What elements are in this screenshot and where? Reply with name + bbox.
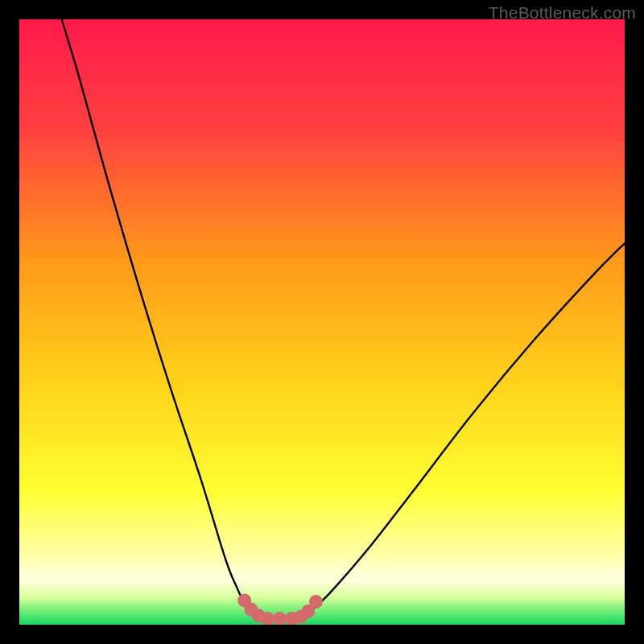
- watermark-text: TheBottleneck.com: [489, 3, 636, 23]
- valley-marker: [309, 595, 323, 609]
- plot-svg: [19, 19, 625, 625]
- plot-area: [19, 19, 625, 625]
- chart-stage: TheBottleneck.com: [0, 0, 644, 644]
- gradient-bg: [19, 19, 625, 625]
